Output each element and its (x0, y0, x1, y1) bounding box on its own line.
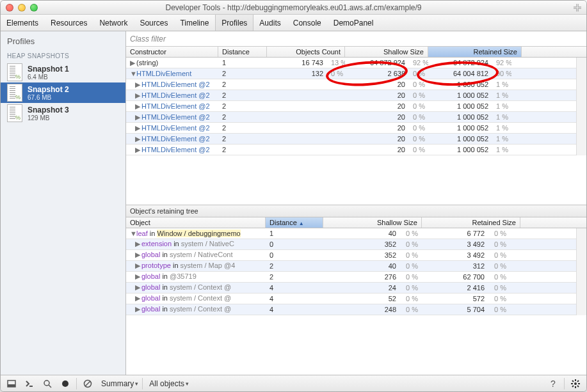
cell-distance: 2 (218, 113, 267, 122)
constructors-grid-header[interactable]: Constructor Distance Objects Count Shall… (126, 47, 586, 58)
expand-icon[interactable] (574, 4, 581, 12)
settings-gear-icon[interactable] (568, 377, 583, 390)
cell-objects-count (267, 149, 327, 150)
cell-retained-pct: 1 % (492, 80, 511, 89)
cell-retained-pct: 90 % (492, 69, 511, 78)
col-retained-size[interactable]: Retained Size (422, 217, 520, 228)
cell-object: ▶global in @35719 (126, 272, 266, 281)
disclosure-triangle-icon[interactable]: ▶ (135, 294, 141, 302)
disclosure-triangle-icon[interactable]: ▶ (135, 81, 141, 89)
disclosure-triangle-icon[interactable]: ▶ (135, 146, 141, 154)
constructor-row[interactable]: ▶HTMLDivElement @22200 %1 000 0521 % (126, 112, 576, 123)
cell-objects-pct: 13 % (327, 58, 345, 67)
snapshot-item[interactable]: Snapshot 267.6 MB (1, 82, 125, 103)
col-shallow-size[interactable]: Shallow Size (323, 217, 422, 228)
cell-shallow-pct: 0 % (400, 251, 422, 260)
snapshot-item[interactable]: Snapshot 3129 MB (1, 103, 125, 123)
disclosure-triangle-icon[interactable]: ▶ (135, 124, 141, 132)
constructor-row[interactable]: ▶(string)116 74313 %64 872 92492 %64 872… (126, 58, 576, 68)
view-select[interactable]: Summary (99, 378, 138, 389)
constructor-row[interactable]: ▶HTMLDivElement @22200 %1 000 0521 % (126, 79, 576, 90)
disclosure-triangle-icon[interactable]: ▶ (135, 91, 141, 100)
minimize-window-button[interactable] (18, 4, 26, 12)
disclosure-triangle-icon[interactable]: ▶ (135, 283, 141, 292)
svg-line-4 (49, 385, 51, 388)
scrollbar[interactable] (576, 228, 586, 315)
retainer-row[interactable]: ▶global in system / Context @42480 %5 70… (126, 304, 576, 315)
retainer-row[interactable]: ▶global in system / Context @4520 %5720 … (126, 294, 576, 304)
cell-objects-count (267, 116, 327, 118)
cell-retained: 1 000 052 (428, 80, 492, 89)
panel-tab-sources[interactable]: Sources (134, 15, 174, 31)
cell-objects-pct: 0 % (327, 69, 345, 78)
retainer-row[interactable]: ▶prototype in system / Map @42400 %3120 … (126, 261, 576, 272)
disclosure-triangle-icon[interactable]: ▶ (135, 262, 141, 270)
constructor-row[interactable]: ▶HTMLDivElement @22200 %1 000 0521 % (126, 90, 576, 101)
constructor-row[interactable]: ▶HTMLDivElement @22200 %1 000 0521 % (126, 123, 576, 134)
retainer-row[interactable]: ▶global in system / NativeCont03520 %3 4… (126, 250, 576, 261)
snapshot-list: Snapshot 16.4 MBSnapshot 267.6 MBSnapsho… (1, 62, 125, 123)
panel-tab-resources[interactable]: Resources (45, 15, 93, 31)
retainer-row[interactable]: ▶extension in system / NativeC03520 %3 4… (126, 239, 576, 250)
cell-retained-pct: 0 % (488, 283, 510, 292)
disclosure-triangle-icon[interactable]: ▼ (130, 230, 136, 237)
col-object[interactable]: Object (126, 217, 266, 228)
col-distance[interactable]: Distance (218, 47, 267, 57)
close-window-button[interactable] (6, 4, 13, 12)
constructor-row[interactable]: ▶HTMLDivElement @22200 %1 000 0521 % (126, 134, 576, 145)
panel-tab-demopanel[interactable]: DemoPanel (328, 15, 380, 31)
disclosure-triangle-icon[interactable]: ▶ (135, 305, 141, 313)
col-constructor[interactable]: Constructor (126, 47, 218, 57)
retainer-row[interactable]: ▶global in @3571922760 %62 7000 % (126, 272, 576, 283)
retainer-row[interactable]: ▶global in system / Context @4240 %2 416… (126, 283, 576, 294)
search-icon[interactable] (40, 377, 54, 390)
col-retained-size[interactable]: Retained Size (428, 47, 522, 57)
retaining-grid-header[interactable]: Object Distance ▲ Shallow Size Retained … (126, 217, 586, 228)
constructor-row[interactable]: ▼HTMLDivElement21320 %2 6380 %64 004 812… (126, 68, 576, 79)
dock-icon[interactable] (4, 377, 19, 390)
disclosure-triangle-icon[interactable]: ▶ (135, 113, 141, 122)
record-icon[interactable] (58, 377, 72, 390)
clear-icon[interactable] (81, 377, 95, 390)
disclosure-triangle-icon[interactable]: ▶ (135, 272, 141, 281)
retainer-row[interactable]: ▼leaf in Window / debuggingmemo1400 %6 7… (126, 228, 576, 239)
disclosure-triangle-icon[interactable]: ▼ (130, 70, 136, 77)
zoom-window-button[interactable] (30, 4, 38, 12)
cell-retained: 1 000 052 (428, 91, 492, 100)
disclosure-triangle-icon[interactable]: ▶ (130, 59, 136, 67)
disclosure-triangle-icon[interactable]: ▶ (135, 240, 141, 248)
panel-tab-audits[interactable]: Audits (253, 15, 287, 31)
panel-tab-profiles[interactable]: Profiles (215, 15, 253, 31)
constructor-row[interactable]: ▶HTMLDivElement @22200 %1 000 0521 % (126, 101, 576, 112)
help-button[interactable]: ? (546, 377, 560, 390)
cell-shallow: 276 (323, 272, 400, 281)
disclosure-triangle-icon[interactable]: ▶ (135, 135, 141, 143)
disclosure-triangle-icon[interactable]: ▶ (135, 102, 141, 111)
scrollbar[interactable] (576, 58, 586, 155)
retaining-grid-body[interactable]: ▼leaf in Window / debuggingmemo1400 %6 7… (126, 228, 576, 315)
disclosure-triangle-icon[interactable]: ▶ (135, 251, 141, 259)
console-icon[interactable] (22, 377, 36, 390)
col-distance[interactable]: Distance ▲ (266, 217, 323, 228)
panel-tab-timeline[interactable]: Timeline (174, 15, 215, 31)
cell-retained: 1 000 052 (428, 123, 492, 132)
class-filter-input[interactable] (126, 31, 586, 46)
svg-point-8 (574, 382, 577, 385)
retaining-tree-grid: Object Distance ▲ Shallow Size Retained … (126, 217, 586, 375)
panel-tab-network[interactable]: Network (93, 15, 134, 31)
cell-objects-pct (327, 116, 345, 118)
filter-select[interactable]: All objects (147, 378, 189, 389)
cell-shallow-pct: 0 % (409, 113, 428, 122)
cell-shallow: 2 638 (345, 69, 409, 78)
constructor-row[interactable]: ▶HTMLDivElement @22200 %1 000 0521 % (126, 145, 576, 155)
constructors-grid-body[interactable]: ▶(string)116 74313 %64 872 92492 %64 872… (126, 58, 576, 155)
panel-tab-elements[interactable]: Elements (1, 15, 45, 31)
cell-retained: 3 492 (422, 240, 488, 249)
col-objects-count[interactable]: Objects Count (267, 47, 345, 57)
panel-tab-console[interactable]: Console (287, 15, 328, 31)
col-shallow-size[interactable]: Shallow Size (345, 47, 428, 57)
separator (76, 378, 77, 389)
cell-constructor: ▼HTMLDivElement (126, 69, 218, 78)
snapshot-item[interactable]: Snapshot 16.4 MB (1, 62, 125, 82)
cell-constructor: ▶HTMLDivElement @2 (126, 134, 218, 144)
